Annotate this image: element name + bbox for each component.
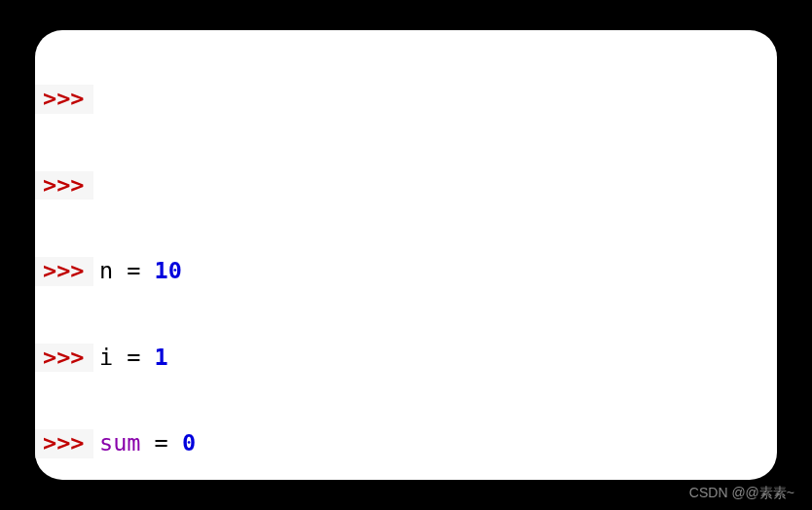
prompt: >>>	[35, 85, 93, 114]
code-line: >>>	[35, 85, 777, 114]
code-text: sum = 0	[93, 429, 196, 458]
code-text: n = 10	[93, 257, 182, 286]
variable: n	[99, 257, 113, 284]
code-line: >>>i = 1	[35, 344, 777, 373]
operator: =	[113, 344, 154, 371]
variable: i	[99, 344, 113, 371]
operator: =	[113, 257, 154, 284]
builtin: sum	[99, 429, 140, 456]
code-line: >>>	[35, 171, 777, 200]
number: 0	[182, 429, 196, 456]
code-line: >>>n = 10	[35, 257, 777, 286]
terminal-window: >>> >>> >>>n = 10 >>>i = 1 >>>sum = 0 >>…	[35, 30, 777, 480]
number: 1	[155, 344, 168, 371]
number: 10	[155, 257, 182, 284]
prompt: >>>	[35, 429, 93, 458]
code-text: i = 1	[93, 344, 168, 373]
code-text	[93, 171, 99, 200]
code-line: >>>sum = 0	[35, 429, 777, 458]
prompt: >>>	[35, 257, 93, 286]
prompt: >>>	[35, 344, 93, 373]
code-text	[93, 85, 99, 114]
watermark-text: CSDN @@素素~	[689, 485, 794, 502]
prompt: >>>	[35, 171, 93, 200]
operator: =	[140, 429, 181, 456]
code-content: >>> >>> >>>n = 10 >>>i = 1 >>>sum = 0 >>…	[35, 30, 777, 480]
